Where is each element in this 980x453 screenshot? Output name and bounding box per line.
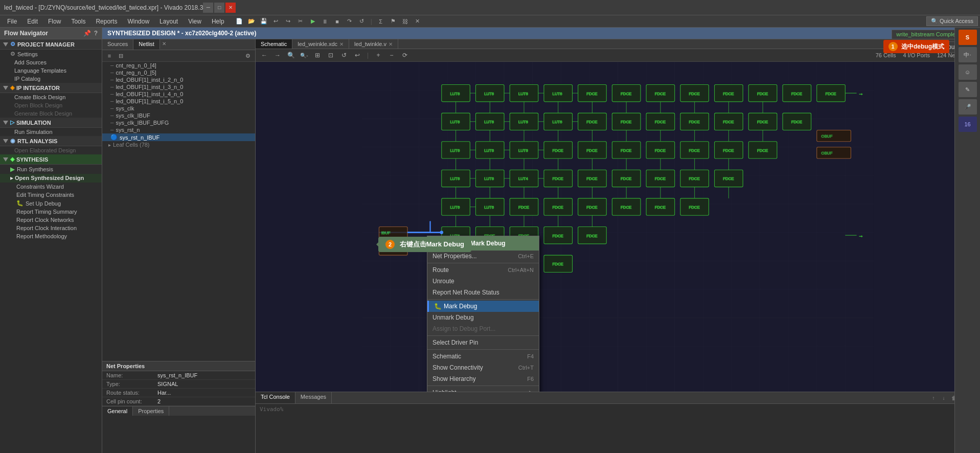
netlist-item[interactable]: ─sys_clk_IBUF_BUFG (102, 119, 255, 126)
nav-item-generate-block-design[interactable]: Generate Block Design (0, 109, 102, 118)
tab-led-twinkle[interactable]: led_twinkle.v ✕ (349, 39, 398, 49)
tab-messages[interactable]: Messages (295, 392, 332, 403)
nav-item-language-templates[interactable]: Language Templates (0, 66, 102, 75)
collapse-button[interactable]: ⊟ (116, 51, 126, 60)
ctx-item-highlight[interactable]: Highlight ▶ (427, 387, 539, 392)
bottom-scroll-up[interactable]: ↑ (929, 393, 938, 402)
netlist-item-leaf-cells[interactable]: ▸ Leaf Cells (78) (102, 141, 255, 148)
minus-button[interactable]: − (386, 50, 397, 60)
plus-button[interactable]: + (373, 50, 384, 60)
nav-item-run-simulation[interactable]: Run Simulation (0, 128, 102, 136)
section-ip-integrator-header[interactable]: ◈ IP INTEGRATOR (0, 83, 102, 93)
nav-item-run-synthesis[interactable]: ▶ Run Synthesis (0, 165, 102, 174)
sum-button[interactable]: Σ (375, 16, 386, 27)
menu-help[interactable]: Help (207, 17, 230, 26)
x-button[interactable]: ✕ (412, 16, 423, 27)
close-button[interactable]: ✕ (225, 3, 236, 13)
select-button[interactable]: ⊡ (325, 50, 336, 60)
open-button[interactable]: 📂 (246, 16, 257, 27)
netlist-item[interactable]: ─sys_clk (102, 105, 255, 112)
netlist-item[interactable]: ─led_OBUF[1]_inst_i_2_n_0 (102, 76, 255, 83)
bottom-scroll-down[interactable]: ↓ (939, 393, 948, 402)
menu-window[interactable]: Window (122, 17, 154, 26)
tab-close-icon[interactable]: ✕ (339, 41, 344, 47)
nav-item-set-up-debug[interactable]: 🐛Set Up Debug (0, 199, 102, 208)
reset-button[interactable]: ↺ (356, 16, 368, 27)
nav-item-create-block-design[interactable]: Create Block Design (0, 93, 102, 101)
tab-schematic[interactable]: Schematic (256, 39, 292, 49)
tab-led-weinkle[interactable]: led_weinkle.xdc ✕ (292, 39, 349, 49)
pane-close-button[interactable]: ✕ (160, 39, 168, 50)
sidebar-help-icon[interactable]: ? (94, 30, 98, 37)
netlist-item[interactable]: ─sys_rst_n (102, 126, 255, 133)
ctx-item-net-properties[interactable]: Net Properties... Ctrl+E (427, 251, 539, 262)
netlist-item-selected[interactable]: 🔵sys_rst_n_IBUF (102, 133, 255, 141)
quick-access-button[interactable]: 🔍 Quick Access (926, 16, 978, 26)
menu-reports[interactable]: Reports (90, 17, 122, 26)
ctx-item-mark-debug[interactable]: 🐛 Mark Debug (427, 301, 539, 312)
tab-sources[interactable]: Sources (102, 39, 133, 50)
menu-edit[interactable]: Edit (22, 17, 43, 26)
nav-item-report-timing-summary[interactable]: Report Timing Summary (0, 208, 102, 216)
run-button[interactable]: ▶ (307, 16, 318, 27)
save-button[interactable]: 💾 (258, 16, 269, 27)
expand-all-button[interactable]: ≡ (104, 51, 115, 60)
menu-layout[interactable]: Layout (154, 17, 183, 26)
refresh-button[interactable]: ↺ (338, 50, 350, 60)
netlist-item[interactable]: ─cnt_reg_n_0_[5] (102, 69, 255, 76)
undo-button[interactable]: ↩ (270, 16, 282, 27)
section-simulation-header[interactable]: ▷ SIMULATION (0, 118, 102, 128)
schematic-canvas-area[interactable]: LUT6 LUT6 LUT6 LUT6 FDCE FDCE FDCE FDCE … (256, 62, 980, 392)
fit-screen-button[interactable]: ⊞ (312, 50, 323, 60)
ctx-item-show-connectivity[interactable]: Show Connectivity Ctrl+T (427, 362, 539, 373)
link-button[interactable]: ⛓ (400, 16, 411, 27)
cn-debug-badge[interactable]: 1 选中debug模式 (883, 40, 949, 53)
nav-item-add-sources[interactable]: Add Sources (0, 58, 102, 66)
netlist-item[interactable]: ─led_OBUF[1]_inst_i_5_n_0 (102, 98, 255, 105)
menu-tools[interactable]: Tools (66, 17, 90, 26)
flag-button[interactable]: ⚑ (388, 16, 399, 27)
stop-button[interactable]: ■ (332, 16, 343, 27)
step-button[interactable]: ↷ (344, 16, 355, 27)
tool-face-button[interactable]: ☺ (959, 64, 977, 80)
nav-item-open-synthesized-design[interactable]: ▸ Open Synthesized Design (0, 174, 102, 183)
redo-button[interactable]: ↪ (283, 16, 294, 27)
tab-general[interactable]: General (102, 406, 133, 416)
tab-netlist[interactable]: Netlist (133, 39, 160, 50)
zoom-in-schematic[interactable]: 🔍 (285, 50, 297, 60)
tool-s-button[interactable]: S (959, 30, 977, 45)
ctx-item-schematic[interactable]: Schematic F4 (427, 351, 539, 362)
netlist-item[interactable]: ─sys_clk_IBUF (102, 112, 255, 119)
new-button[interactable]: 📄 (234, 16, 245, 27)
tab-properties[interactable]: Properties (133, 406, 169, 416)
nav-back-button[interactable]: ← (259, 50, 270, 60)
ctx-item-route[interactable]: Route Ctrl+Alt+N (427, 264, 539, 276)
cut-button[interactable]: ✂ (295, 16, 306, 27)
menu-flow[interactable]: Flow (43, 17, 66, 26)
ctx-item-select-driver-pin[interactable]: Select Driver Pin (427, 337, 539, 348)
nav-forward-button[interactable]: → (272, 50, 283, 60)
section-rtl-analysis-header[interactable]: ◉ RTL ANALYSIS (0, 136, 102, 146)
netlist-item[interactable]: ─cnt_reg_n_0_[4] (102, 62, 255, 69)
nav-item-constraints-wizard[interactable]: Constraints Wizard (0, 183, 102, 191)
tab-close-icon[interactable]: ✕ (389, 41, 393, 47)
ctx-item-unmark-debug[interactable]: Unmark Debug (427, 312, 539, 323)
tool-pencil-button[interactable]: ✎ (959, 82, 977, 97)
nav-item-report-clock-networks[interactable]: Report Clock Networks (0, 216, 102, 224)
nav-item-open-block-design[interactable]: Open Block Design (0, 101, 102, 109)
minimize-button[interactable]: ─ (203, 3, 213, 13)
ctx-item-unroute[interactable]: Unroute (427, 276, 539, 287)
maximize-button[interactable]: □ (214, 3, 224, 13)
netlist-item[interactable]: ─led_OBUF[1]_inst_i_3_n_0 (102, 83, 255, 90)
ctx-item-show-hierarchy[interactable]: Show Hierarchy F6 (427, 373, 539, 384)
ctx-item-report-net-route-status[interactable]: Report Net Route Status (427, 287, 539, 298)
nav-item-report-clock-interaction[interactable]: Report Clock Interaction (0, 224, 102, 232)
nav-item-open-elaborated-design[interactable]: Open Elaborated Design (0, 146, 102, 154)
netlist-item[interactable]: ─led_OBUF[1]_inst_i_4_n_0 (102, 90, 255, 98)
back-button2[interactable]: ↩ (352, 50, 363, 60)
pane-settings-button[interactable]: ⚙ (243, 51, 253, 60)
tool-chinese-button[interactable]: 中· (959, 47, 977, 62)
tab-tcl-console[interactable]: Tcl Console (256, 392, 295, 403)
tool-16-button[interactable]: 16 (959, 117, 977, 132)
zoom-out-schematic[interactable]: 🔍- (299, 50, 310, 60)
